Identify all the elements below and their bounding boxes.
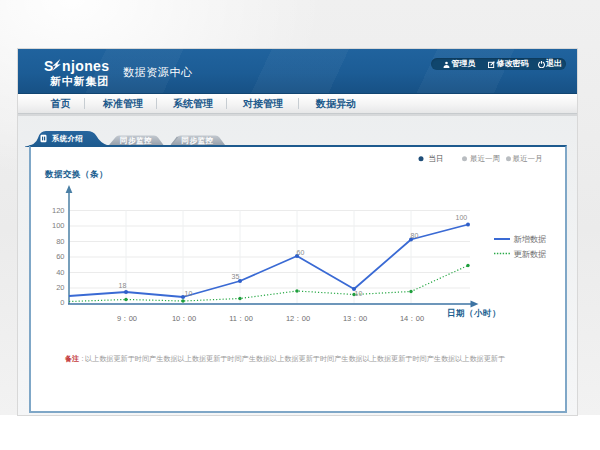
svg-text:最近一周: 最近一周 [470,154,500,163]
svg-text:10：00: 10：00 [172,314,196,323]
svg-text:备注：: 备注： [64,354,86,363]
svg-text:以上数据更新于时间产生数据以上数据更新于时间产生数据以上数据: 以上数据更新于时间产生数据以上数据更新于时间产生数据以上数据更新于时间产生数据以… [85,354,505,363]
svg-text:20: 20 [56,283,64,292]
svg-text:日期（小时）: 日期（小时） [447,308,501,318]
svg-text:当日: 当日 [429,154,444,163]
svg-text:0: 0 [60,298,64,307]
svg-text:120: 120 [52,206,65,215]
svg-text:14：00: 14：00 [400,314,424,323]
svg-text:10: 10 [355,290,363,297]
svg-text:12：00: 12：00 [286,314,310,323]
svg-text:9：00: 9：00 [117,314,137,323]
svg-text:40: 40 [56,268,64,277]
svg-text:80: 80 [411,232,419,239]
svg-text:数据交换（条）: 数据交换（条） [44,169,108,179]
svg-text:更新数据: 更新数据 [514,250,547,259]
svg-text:13：00: 13：00 [343,314,367,323]
svg-text:新增数据: 新增数据 [514,235,547,244]
svg-text:35: 35 [232,273,240,280]
svg-text:11：00: 11：00 [229,314,253,323]
svg-text:最近一月: 最近一月 [513,154,543,163]
svg-text:10: 10 [185,290,193,297]
svg-text:18: 18 [119,282,127,289]
svg-text:系统介绍: 系统介绍 [51,134,83,143]
svg-text:60: 60 [297,249,305,256]
svg-text:80: 80 [56,237,64,246]
svg-text:100: 100 [456,214,468,221]
svg-text:60: 60 [56,252,64,261]
svg-text:100: 100 [52,221,65,230]
